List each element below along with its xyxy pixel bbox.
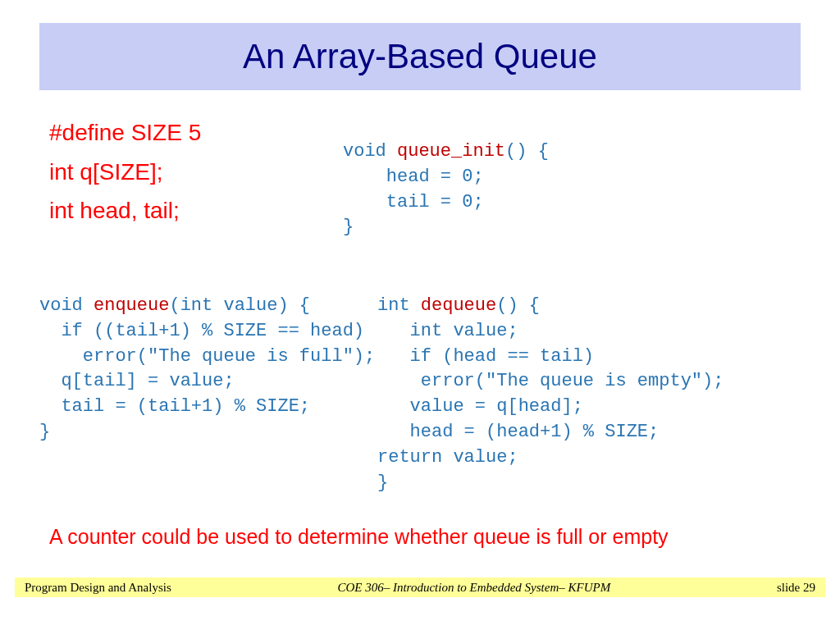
code-body-dequeue: () { int value; if (head == tail) error(… xyxy=(377,295,724,493)
keyword-void: void xyxy=(343,141,397,162)
fn-name-enqueue: enqueue xyxy=(94,295,169,316)
code-dequeue: int dequeue() { int value; if (head == t… xyxy=(377,294,724,495)
keyword-void: void xyxy=(39,295,94,316)
fn-name-queue-init: queue_init xyxy=(397,141,505,162)
decl-line-1: #define SIZE 5 xyxy=(49,113,201,153)
code-queue-init: void queue_init() { head = 0; tail = 0; … xyxy=(343,139,549,240)
footer-left: Program Design and Analysis xyxy=(25,581,171,595)
footer-center: COE 306– Introduction to Embedded System… xyxy=(337,581,610,595)
fn-name-dequeue: dequeue xyxy=(421,295,496,316)
code-body-enqueue: (int value) { if ((tail+1) % SIZE == hea… xyxy=(39,295,375,442)
footer-note: A counter could be used to determine whe… xyxy=(49,525,669,549)
decl-line-2: int q[SIZE]; xyxy=(49,153,201,192)
declarations: #define SIZE 5 int q[SIZE]; int head, ta… xyxy=(49,113,201,231)
footer-bar: Program Design and Analysis COE 306– Int… xyxy=(15,578,825,597)
keyword-int: int xyxy=(377,295,421,316)
footer-right: slide 29 xyxy=(777,581,815,595)
decl-line-3: int head, tail; xyxy=(49,191,201,231)
code-enqueue: void enqueue(int value) { if ((tail+1) %… xyxy=(39,294,375,445)
title-bar: An Array-Based Queue xyxy=(39,23,801,90)
slide-title: An Array-Based Queue xyxy=(243,37,597,76)
